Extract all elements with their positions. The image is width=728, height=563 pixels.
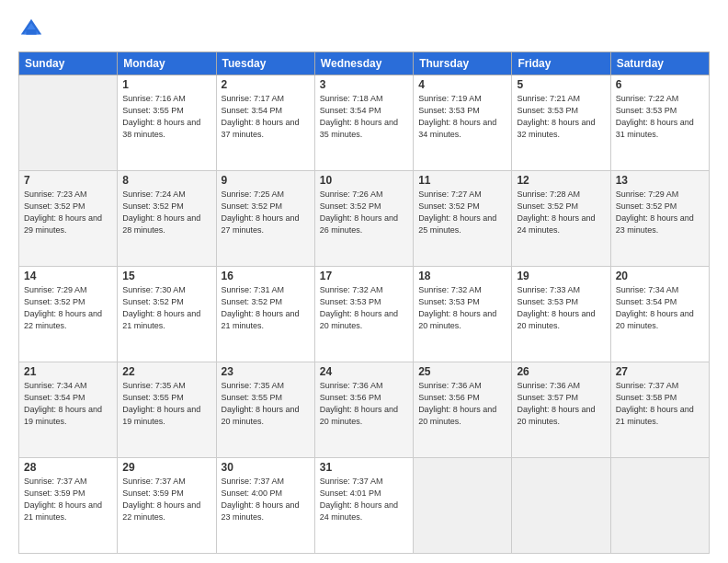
day-info: Sunrise: 7:33 AMSunset: 3:53 PMDaylight:… (517, 284, 605, 332)
day-number: 29 (122, 461, 210, 474)
calendar-cell (610, 458, 709, 554)
day-number: 4 (418, 78, 506, 91)
calendar-cell: 3Sunrise: 7:18 AMSunset: 3:54 PMDaylight… (314, 75, 413, 171)
day-number: 28 (24, 461, 112, 474)
day-info: Sunrise: 7:36 AMSunset: 3:56 PMDaylight:… (320, 380, 408, 428)
header (18, 17, 710, 42)
day-info: Sunrise: 7:36 AMSunset: 3:57 PMDaylight:… (517, 380, 605, 428)
day-number: 21 (24, 365, 112, 378)
day-info: Sunrise: 7:28 AMSunset: 3:52 PMDaylight:… (517, 189, 605, 236)
calendar-cell: 25Sunrise: 7:36 AMSunset: 3:56 PMDayligh… (414, 362, 512, 458)
calendar-cell: 19Sunrise: 7:33 AMSunset: 3:53 PMDayligh… (512, 267, 610, 362)
logo (18, 17, 48, 42)
col-tuesday: Tuesday (216, 52, 314, 75)
calendar-cell: 11Sunrise: 7:27 AMSunset: 3:52 PMDayligh… (414, 171, 512, 267)
day-number: 30 (222, 461, 310, 474)
day-number: 2 (222, 78, 310, 91)
calendar-table: Sunday Monday Tuesday Wednesday Thursday… (18, 52, 710, 554)
day-number: 15 (122, 270, 210, 282)
col-thursday: Thursday (414, 52, 512, 75)
day-number: 20 (616, 270, 704, 282)
calendar-cell: 9Sunrise: 7:25 AMSunset: 3:52 PMDaylight… (216, 171, 314, 267)
day-number: 26 (517, 365, 605, 378)
col-wednesday: Wednesday (314, 52, 413, 75)
calendar-week-1: 1Sunrise: 7:16 AMSunset: 3:55 PMDaylight… (19, 75, 710, 171)
calendar-cell: 13Sunrise: 7:29 AMSunset: 3:52 PMDayligh… (610, 171, 709, 267)
day-number: 1 (122, 78, 210, 91)
day-number: 17 (320, 270, 408, 282)
calendar-cell: 30Sunrise: 7:37 AMSunset: 4:00 PMDayligh… (216, 458, 314, 554)
day-number: 16 (222, 270, 310, 282)
day-number: 5 (517, 78, 605, 91)
calendar-cell: 5Sunrise: 7:21 AMSunset: 3:53 PMDaylight… (512, 75, 610, 171)
calendar-cell: 23Sunrise: 7:35 AMSunset: 3:55 PMDayligh… (216, 362, 314, 458)
col-sunday: Sunday (19, 52, 118, 75)
day-number: 3 (320, 78, 408, 91)
day-number: 8 (122, 174, 210, 187)
calendar-week-2: 7Sunrise: 7:23 AMSunset: 3:52 PMDaylight… (19, 171, 710, 267)
day-number: 13 (616, 174, 704, 187)
day-info: Sunrise: 7:23 AMSunset: 3:52 PMDaylight:… (24, 189, 112, 236)
calendar-cell: 2Sunrise: 7:17 AMSunset: 3:54 PMDaylight… (216, 75, 314, 171)
day-info: Sunrise: 7:32 AMSunset: 3:53 PMDaylight:… (320, 284, 408, 332)
day-number: 25 (418, 365, 506, 378)
day-info: Sunrise: 7:34 AMSunset: 3:54 PMDaylight:… (616, 284, 704, 332)
day-info: Sunrise: 7:35 AMSunset: 3:55 PMDaylight:… (222, 380, 310, 428)
day-number: 23 (222, 365, 310, 378)
day-info: Sunrise: 7:32 AMSunset: 3:53 PMDaylight:… (418, 284, 506, 332)
day-info: Sunrise: 7:22 AMSunset: 3:53 PMDaylight:… (616, 93, 704, 141)
day-info: Sunrise: 7:34 AMSunset: 3:54 PMDaylight:… (24, 380, 112, 428)
day-number: 22 (122, 365, 210, 378)
calendar-cell (512, 458, 610, 554)
calendar-cell: 24Sunrise: 7:36 AMSunset: 3:56 PMDayligh… (314, 362, 413, 458)
day-number: 19 (517, 270, 605, 282)
calendar-cell: 4Sunrise: 7:19 AMSunset: 3:53 PMDaylight… (414, 75, 512, 171)
day-info: Sunrise: 7:35 AMSunset: 3:55 PMDaylight:… (122, 380, 210, 428)
day-info: Sunrise: 7:29 AMSunset: 3:52 PMDaylight:… (24, 284, 112, 332)
calendar-cell: 27Sunrise: 7:37 AMSunset: 3:58 PMDayligh… (610, 362, 709, 458)
calendar-header-row: Sunday Monday Tuesday Wednesday Thursday… (19, 52, 710, 75)
day-info: Sunrise: 7:26 AMSunset: 3:52 PMDaylight:… (320, 189, 408, 236)
day-number: 10 (320, 174, 408, 187)
calendar-cell: 22Sunrise: 7:35 AMSunset: 3:55 PMDayligh… (118, 362, 216, 458)
calendar-cell (414, 458, 512, 554)
calendar-cell: 12Sunrise: 7:28 AMSunset: 3:52 PMDayligh… (512, 171, 610, 267)
page: Sunday Monday Tuesday Wednesday Thursday… (0, 0, 728, 563)
calendar-cell: 17Sunrise: 7:32 AMSunset: 3:53 PMDayligh… (314, 267, 413, 362)
calendar-cell: 28Sunrise: 7:37 AMSunset: 3:59 PMDayligh… (19, 458, 118, 554)
day-number: 6 (616, 78, 704, 91)
day-number: 27 (616, 365, 704, 378)
day-number: 12 (517, 174, 605, 187)
day-info: Sunrise: 7:17 AMSunset: 3:54 PMDaylight:… (222, 93, 310, 141)
calendar-cell: 7Sunrise: 7:23 AMSunset: 3:52 PMDaylight… (19, 171, 118, 267)
day-info: Sunrise: 7:30 AMSunset: 3:52 PMDaylight:… (122, 284, 210, 332)
col-monday: Monday (118, 52, 216, 75)
calendar-week-3: 14Sunrise: 7:29 AMSunset: 3:52 PMDayligh… (19, 267, 710, 362)
calendar-cell: 10Sunrise: 7:26 AMSunset: 3:52 PMDayligh… (314, 171, 413, 267)
calendar-cell: 14Sunrise: 7:29 AMSunset: 3:52 PMDayligh… (19, 267, 118, 362)
day-info: Sunrise: 7:18 AMSunset: 3:54 PMDaylight:… (320, 93, 408, 141)
day-info: Sunrise: 7:37 AMSunset: 4:00 PMDaylight:… (222, 476, 310, 523)
logo-icon (18, 17, 44, 42)
calendar-cell: 29Sunrise: 7:37 AMSunset: 3:59 PMDayligh… (118, 458, 216, 554)
calendar-cell: 21Sunrise: 7:34 AMSunset: 3:54 PMDayligh… (19, 362, 118, 458)
calendar-cell: 16Sunrise: 7:31 AMSunset: 3:52 PMDayligh… (216, 267, 314, 362)
day-number: 11 (418, 174, 506, 187)
day-info: Sunrise: 7:37 AMSunset: 3:58 PMDaylight:… (616, 380, 704, 428)
day-info: Sunrise: 7:37 AMSunset: 4:01 PMDaylight:… (320, 476, 408, 523)
calendar-week-4: 21Sunrise: 7:34 AMSunset: 3:54 PMDayligh… (19, 362, 710, 458)
day-info: Sunrise: 7:16 AMSunset: 3:55 PMDaylight:… (122, 93, 210, 141)
calendar-cell: 8Sunrise: 7:24 AMSunset: 3:52 PMDaylight… (118, 171, 216, 267)
day-number: 18 (418, 270, 506, 282)
calendar-cell: 20Sunrise: 7:34 AMSunset: 3:54 PMDayligh… (610, 267, 709, 362)
svg-rect-2 (26, 29, 36, 35)
day-number: 7 (24, 174, 112, 187)
calendar-cell: 6Sunrise: 7:22 AMSunset: 3:53 PMDaylight… (610, 75, 709, 171)
day-info: Sunrise: 7:31 AMSunset: 3:52 PMDaylight:… (222, 284, 310, 332)
day-info: Sunrise: 7:24 AMSunset: 3:52 PMDaylight:… (122, 189, 210, 236)
day-info: Sunrise: 7:37 AMSunset: 3:59 PMDaylight:… (122, 476, 210, 523)
calendar-cell: 15Sunrise: 7:30 AMSunset: 3:52 PMDayligh… (118, 267, 216, 362)
day-info: Sunrise: 7:36 AMSunset: 3:56 PMDaylight:… (418, 380, 506, 428)
day-info: Sunrise: 7:27 AMSunset: 3:52 PMDaylight:… (418, 189, 506, 236)
calendar-cell: 18Sunrise: 7:32 AMSunset: 3:53 PMDayligh… (414, 267, 512, 362)
